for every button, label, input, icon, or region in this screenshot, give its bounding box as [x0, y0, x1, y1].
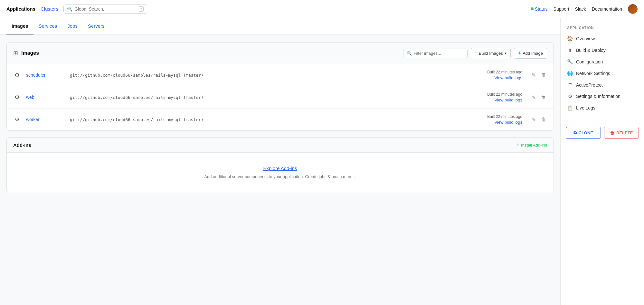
addins-title: Add-Ins [13, 142, 516, 148]
top-navigation: Applications Clusters 🔍 / Status Support… [0, 0, 644, 18]
sidebar-item-build-deploy[interactable]: ⬆ Build & Deploy [561, 44, 644, 56]
sidebar-label-activeprotect: ActiveProtect [576, 82, 602, 88]
image-actions-web: ✎ 🗑 [531, 93, 547, 101]
images-card-header: ⊞ Images 🔍 ↑ Build Images ▾ + Add Image [7, 43, 554, 64]
sidebar-label-build-deploy: Build & Deploy [576, 48, 606, 53]
view-build-logs-web[interactable]: View build logs [471, 98, 522, 102]
status-link[interactable]: Status [531, 6, 548, 12]
image-type-icon: ⚙ [13, 71, 21, 79]
status-indicator [531, 7, 534, 10]
image-built-worker: Built 22 minutes ago [471, 114, 522, 119]
image-meta-web: Built 22 minutes ago View build logs [471, 92, 522, 102]
add-image-button[interactable]: + Add Image [514, 48, 547, 59]
sidebar-section-label: APPLICATION [561, 26, 644, 33]
image-name-worker[interactable]: worker [26, 117, 65, 122]
global-search-box: 🔍 / [63, 5, 147, 14]
page-layout: Images Services Jobs Servers ⊞ Images 🔍 … [0, 18, 644, 305]
sidebar-item-configuration[interactable]: 🔧 Configuration [561, 56, 644, 68]
chevron-down-icon: ▾ [505, 51, 507, 55]
image-type-icon: ⚙ [13, 94, 21, 101]
delete-image-scheduler[interactable]: 🗑 [540, 71, 547, 79]
filter-search-icon: 🔍 [407, 51, 412, 56]
filter-images-input[interactable] [414, 51, 464, 56]
tab-services[interactable]: Services [33, 18, 62, 34]
support-link[interactable]: Support [554, 6, 569, 12]
addins-header: Add-Ins + Install Add-ins [7, 138, 554, 153]
sidebar-actions: ⧉ CLONE 🗑 DELETE [561, 120, 644, 145]
delete-button[interactable]: 🗑 DELETE [604, 127, 639, 139]
slack-link[interactable]: Slack [575, 6, 586, 12]
images-title: Images [21, 50, 400, 56]
add-icon: + [518, 50, 521, 56]
edit-image-web[interactable]: ✎ [531, 93, 537, 101]
shield-icon: 🛡 [567, 82, 573, 88]
main-tabs: Images Services Jobs Servers [0, 18, 560, 34]
delete-image-web[interactable]: 🗑 [540, 93, 547, 101]
tab-images[interactable]: Images [6, 18, 33, 34]
explore-addins-link[interactable]: Explore Add-ins [13, 166, 547, 171]
content-area: ⊞ Images 🔍 ↑ Build Images ▾ + Add Image [0, 34, 560, 206]
sidebar-item-activeprotect[interactable]: 🛡 ActiveProtect [561, 79, 644, 91]
image-actions-scheduler: ✎ 🗑 [531, 71, 547, 79]
image-name-scheduler[interactable]: scheduler [26, 72, 65, 78]
image-git-web: git://github.com/cloud66-samples/rails-m… [70, 95, 466, 100]
addins-description: Add additional server components to your… [13, 174, 547, 179]
view-build-logs-scheduler[interactable]: View build logs [471, 75, 522, 80]
image-built-scheduler: Built 22 minutes ago [471, 70, 522, 74]
network-icon: 🌐 [567, 71, 573, 76]
search-shortcut: / [139, 6, 144, 12]
sidebar-item-settings-information[interactable]: ⚙ Settings & Information [561, 91, 644, 102]
delete-image-worker[interactable]: 🗑 [540, 116, 547, 123]
sidebar-item-live-logs[interactable]: 📋 Live Logs [561, 102, 644, 114]
tab-servers[interactable]: Servers [83, 18, 110, 34]
sidebar-item-overview[interactable]: 🏠 Overview [561, 33, 644, 44]
image-name-web[interactable]: web [26, 95, 65, 100]
edit-image-worker[interactable]: ✎ [531, 116, 537, 124]
table-row: ⚙ scheduler git://github.com/cloud66-sam… [7, 64, 554, 86]
sidebar-label-live-logs: Live Logs [576, 105, 595, 110]
install-addins-button[interactable]: + Install Add-ins [516, 142, 547, 148]
image-meta-worker: Built 22 minutes ago View build logs [471, 114, 522, 125]
sidebar: APPLICATION 🏠 Overview ⬆ Build & Deploy … [560, 18, 644, 305]
sidebar-item-network-settings[interactable]: 🌐 Network Settings [561, 68, 644, 79]
edit-image-scheduler[interactable]: ✎ [531, 71, 537, 79]
filter-images-box: 🔍 [403, 49, 468, 58]
home-icon: 🏠 [567, 36, 573, 42]
sidebar-label-settings-information: Settings & Information [576, 94, 620, 99]
delete-icon: 🗑 [610, 130, 614, 136]
sidebar-label-network-settings: Network Settings [576, 71, 610, 76]
tab-jobs[interactable]: Jobs [62, 18, 83, 34]
main-content: Images Services Jobs Servers ⊞ Images 🔍 … [0, 18, 560, 305]
sidebar-divider [561, 117, 644, 117]
build-images-button[interactable]: ↑ Build Images ▾ [471, 48, 511, 58]
table-row: ⚙ web git://github.com/cloud66-samples/r… [7, 86, 554, 109]
addins-card: Add-Ins + Install Add-ins Explore Add-in… [6, 137, 554, 192]
image-actions-worker: ✎ 🗑 [531, 116, 547, 124]
clone-button[interactable]: ⧉ CLONE [566, 127, 601, 139]
app-logo: Applications [6, 6, 35, 12]
view-build-logs-worker[interactable]: View build logs [471, 120, 522, 125]
image-git-scheduler: git://github.com/cloud66-samples/rails-m… [70, 73, 466, 78]
build-icon: ↑ [475, 51, 477, 56]
sidebar-label-overview: Overview [576, 36, 595, 41]
images-icon: ⊞ [13, 50, 18, 57]
image-type-icon: ⚙ [13, 116, 21, 123]
clone-icon: ⧉ [573, 130, 577, 136]
table-row: ⚙ worker git://github.com/cloud66-sample… [7, 109, 554, 130]
addins-body: Explore Add-ins Add additional server co… [7, 153, 554, 192]
search-input[interactable] [74, 6, 137, 12]
build-deploy-icon: ⬆ [567, 47, 573, 53]
image-git-worker: git://github.com/cloud66-samples/rails-m… [70, 117, 466, 122]
install-plus-icon: + [516, 142, 519, 148]
settings-icon: ⚙ [567, 93, 573, 99]
images-card: ⊞ Images 🔍 ↑ Build Images ▾ + Add Image [6, 42, 554, 131]
sidebar-label-configuration: Configuration [576, 59, 603, 64]
live-logs-icon: 📋 [567, 105, 573, 111]
user-avatar[interactable] [628, 4, 638, 14]
documentation-link[interactable]: Documentation [592, 6, 622, 12]
search-icon: 🔍 [67, 6, 72, 12]
clusters-link[interactable]: Clusters [41, 6, 58, 12]
image-meta-scheduler: Built 22 minutes ago View build logs [471, 70, 522, 80]
image-built-web: Built 22 minutes ago [471, 92, 522, 97]
configuration-icon: 🔧 [567, 59, 573, 65]
